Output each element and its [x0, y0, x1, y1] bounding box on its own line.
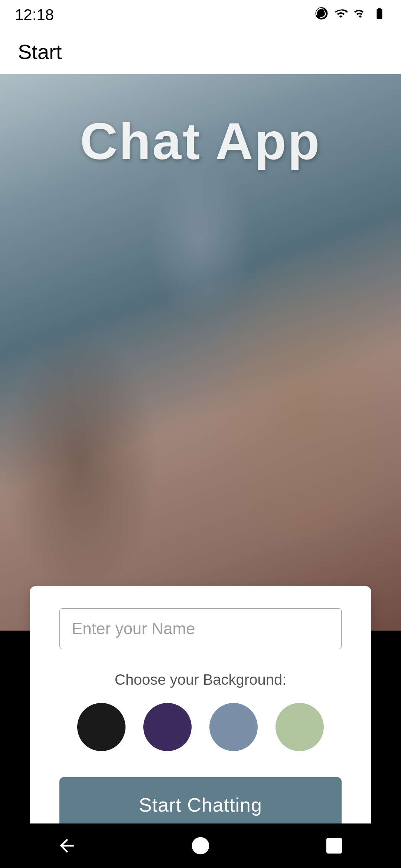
color-sage-button[interactable]: [276, 703, 324, 751]
back-icon: [56, 835, 77, 856]
color-purple-button[interactable]: [143, 703, 192, 751]
svg-rect-1: [326, 838, 342, 854]
start-card: Choose your Background: Start Chatting: [30, 586, 371, 862]
status-icons: [315, 7, 386, 23]
color-blue-gray-button[interactable]: [209, 703, 258, 751]
recents-icon: [324, 835, 345, 856]
home-icon: [190, 835, 211, 856]
page-title: Start: [18, 40, 62, 64]
name-input[interactable]: [59, 608, 342, 649]
svg-point-0: [192, 837, 209, 855]
recents-button[interactable]: [319, 831, 349, 861]
color-black-button[interactable]: [77, 703, 125, 751]
hero-title: Chat App: [0, 111, 401, 171]
battery-icon: [373, 7, 386, 23]
status-bar: 12:18: [0, 0, 401, 30]
bg-chooser-label: Choose your Background:: [59, 671, 342, 688]
back-button[interactable]: [52, 831, 82, 861]
hero-image: Chat App: [0, 74, 401, 631]
home-button[interactable]: [186, 831, 215, 861]
signal-icon: [353, 7, 367, 23]
vpn-icon: [315, 7, 328, 23]
bottom-nav: [0, 823, 401, 868]
status-time: 12:18: [15, 6, 54, 24]
app-bar: Start: [0, 30, 401, 74]
color-picker: [59, 703, 342, 751]
wifi-icon: [334, 7, 348, 23]
